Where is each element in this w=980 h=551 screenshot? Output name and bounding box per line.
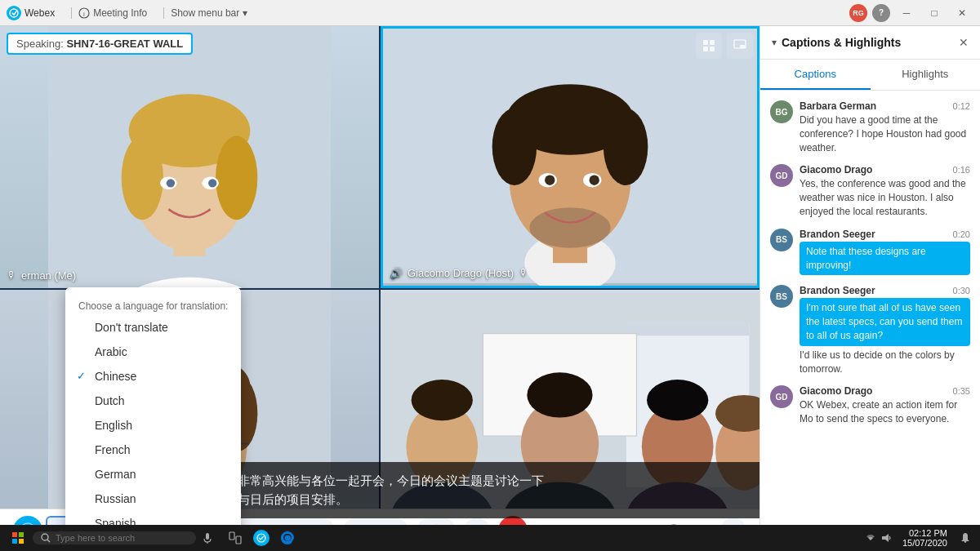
message-1: BG Barbara German 0:12 Did you have a go… (770, 100, 970, 154)
tab-highlights[interactable]: Highlights (871, 60, 981, 90)
message-name-3: Brandon Seeger (800, 229, 875, 240)
taskbar-apps (225, 528, 297, 548)
svg-rect-3 (703, 40, 708, 45)
message-5: GD Giacomo Drago 0:35 OK Webex, create a… (770, 385, 970, 426)
svg-point-72 (42, 534, 48, 540)
lang-french[interactable]: French (65, 438, 241, 462)
host-mic-icon-2: 🎙 (519, 267, 528, 278)
taskview-icon[interactable] (225, 528, 245, 548)
taskbar: 02:12 PM 15/07/2020 (0, 525, 980, 551)
start-btn[interactable] (7, 527, 29, 549)
video-cell-1: 🎙 erman (Me) (0, 26, 379, 288)
message-3: BS Brandon Seeger 0:20 Note that these d… (770, 229, 970, 276)
message-name-5: Giacomo Drago (800, 385, 872, 397)
caption-overlay: ！非常高兴能与各位一起开会，今日的会议主题是讨论一下 度与日后的项目安排。 (212, 462, 760, 518)
svg-point-15 (216, 136, 257, 220)
taskbar-search[interactable] (33, 531, 196, 544)
taskbar-search-input[interactable] (56, 533, 170, 543)
captions-panel: ▾ Captions & Highlights ✕ Captions Highl… (760, 26, 980, 551)
maximize-btn[interactable]: □ (923, 5, 946, 21)
video-cell-2: 🔊 Giacomo Drago (Host) 🎙 (381, 26, 760, 288)
meeting-info-btn[interactable]: i Meeting Info (78, 7, 147, 19)
wifi-icon (865, 532, 876, 544)
message-time-4: 0:30 (953, 286, 970, 295)
avatar-gd: GD (770, 164, 793, 187)
message-name-2: Giacomo Drago (800, 164, 872, 176)
svg-rect-70 (12, 539, 17, 544)
panel-title: Captions & Highlights (782, 36, 959, 49)
avatar-bs-2: BS (770, 285, 793, 308)
svg-point-30 (545, 176, 555, 185)
system-tray (865, 532, 893, 544)
close-btn[interactable]: ✕ (951, 5, 973, 21)
svg-point-26 (492, 109, 537, 185)
message-time-3: 0:20 (953, 229, 970, 239)
svg-point-27 (604, 109, 648, 185)
pip-view-btn[interactable] (727, 33, 753, 59)
notification-icon[interactable] (957, 530, 973, 546)
message-name-4: Brandon Seeger (800, 285, 875, 296)
svg-rect-68 (12, 532, 17, 537)
svg-rect-79 (882, 536, 885, 540)
language-dropdown: Choose a language for translation: Don't… (65, 287, 241, 542)
window-controls: RG ? ─ □ ✕ (849, 4, 973, 22)
grid-view-btn[interactable] (696, 33, 722, 59)
speaking-label: Speaking: (16, 38, 64, 50)
message-body-5: Giacomo Drago 0:35 OK Webex, create an a… (800, 385, 970, 426)
divider-1 (71, 7, 72, 19)
svg-point-54 (412, 380, 473, 420)
main-content: Speaking: SHN7-16-GREAT WALL (0, 26, 980, 551)
help-btn[interactable]: ? (872, 4, 890, 22)
svg-point-32 (529, 207, 610, 248)
svg-rect-8 (740, 45, 745, 48)
svg-point-78 (257, 534, 265, 542)
lang-arabic[interactable]: Arabic (65, 340, 241, 364)
svg-text:i: i (83, 11, 85, 18)
participant-name-1: erman (Me) (21, 269, 76, 282)
user-avatar: RG (849, 4, 867, 22)
svg-rect-51 (626, 323, 749, 335)
avatar-gd-2: GD (770, 385, 793, 408)
view-controls (696, 33, 753, 59)
svg-point-57 (527, 372, 592, 417)
svg-point-0 (10, 9, 18, 17)
message-body-3: Brandon Seeger 0:20 Note that these desi… (800, 229, 970, 276)
lang-german[interactable]: German (65, 462, 241, 487)
message-text-4b: I'd like us to decide on the colors by t… (800, 349, 970, 376)
webex-taskbar-icon[interactable] (252, 528, 271, 548)
speaker-icon (881, 532, 893, 544)
lang-dont-translate[interactable]: Don't translate (65, 315, 241, 340)
participant-name-2: Giacomo Drago (Host) (408, 267, 514, 279)
panel-collapse-chevron[interactable]: ▾ (772, 37, 777, 48)
dropdown-header: Choose a language for translation: (65, 294, 241, 315)
avatar-bs-1: BS (770, 229, 793, 251)
video-area: Speaking: SHN7-16-GREAT WALL (0, 26, 760, 551)
show-menu-btn[interactable]: Show menu bar ▾ (171, 7, 247, 19)
speaking-name: SHN7-16-GREAT WALL (66, 38, 183, 50)
divider-2 (163, 7, 164, 19)
tab-captions[interactable]: Captions (760, 60, 871, 90)
panel-tabs: Captions Highlights (760, 60, 980, 91)
svg-rect-4 (710, 40, 715, 45)
svg-rect-74 (206, 533, 209, 540)
name-label-2: 🔊 Giacomo Drago (Host) 🎙 (390, 267, 528, 279)
message-time-2: 0:16 (953, 165, 970, 175)
lang-russian[interactable]: Russian (65, 487, 241, 511)
svg-rect-77 (236, 536, 241, 544)
message-text-1: Did you have a good time at the conferen… (800, 113, 970, 154)
host-mic-icon: 🔊 (390, 267, 403, 279)
minimize-btn[interactable]: ─ (895, 5, 918, 21)
svg-point-31 (590, 176, 599, 185)
lang-chinese[interactable]: Chinese (65, 364, 241, 389)
lang-dutch[interactable]: Dutch (65, 389, 241, 413)
message-body-4: Brandon Seeger 0:30 I'm not sure that al… (800, 285, 970, 375)
panel-close-btn[interactable]: ✕ (959, 36, 969, 49)
message-2: GD Giacomo Drago 0:16 Yes, the conferenc… (770, 164, 970, 218)
svg-rect-76 (229, 532, 234, 540)
panel-header: ▾ Captions & Highlights ✕ (760, 26, 980, 60)
taskbar-clock: 02:12 PM 15/07/2020 (902, 528, 947, 548)
lang-english[interactable]: English (65, 413, 241, 438)
message-body-2: Giacomo Drago 0:16 Yes, the conference w… (800, 164, 970, 218)
edge-taskbar-icon[interactable] (278, 528, 297, 548)
svg-point-19 (208, 179, 216, 187)
